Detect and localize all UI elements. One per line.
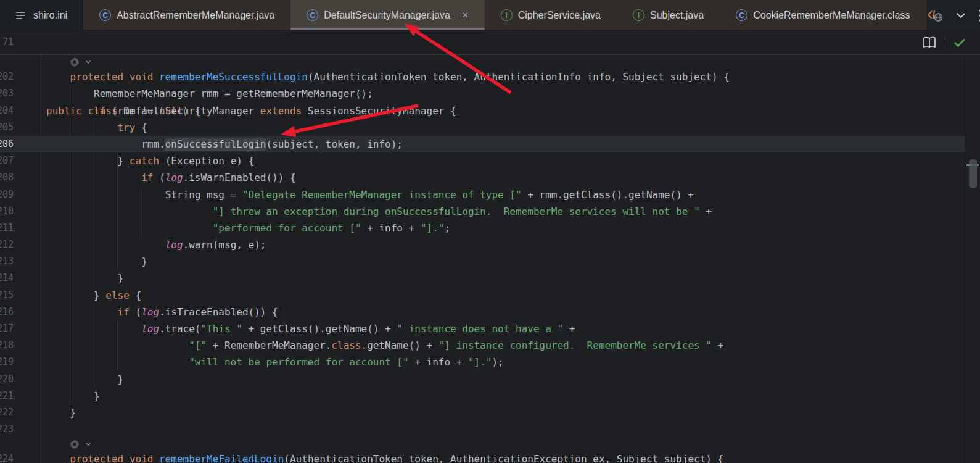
code-line-213[interactable]: 213} [0,253,965,270]
code-token: "This " [200,323,242,335]
code-line-211[interactable]: 211"performed for account [" + info + "]… [0,220,965,236]
line-number[interactable]: 218 [0,337,14,354]
code-line-215[interactable]: 215} else { [0,287,965,304]
code-token: } [118,373,124,385]
code-line-218[interactable]: 218"[" + RememberMeManager.class.getName… [0,337,965,354]
line-number[interactable]: 217 [0,320,14,337]
chevron-down-icon[interactable] [85,442,91,446]
class-icon: C [307,9,318,21]
code-token: } [118,272,124,284]
line-number[interactable]: 216 [0,304,14,320]
line-number[interactable]: 210 [0,203,14,220]
text-file-icon [16,9,28,21]
line-number[interactable]: 215 [0,287,14,304]
code-line-223[interactable]: 223 [0,421,965,438]
tab-label: CipherService.java [518,10,601,21]
code-token: class [331,340,361,351]
editor-tab-bar: shiro.iniCAbstractRememberMeManager.java… [0,0,980,31]
code-token: (AuthenticationToken token, Authenticati… [284,453,723,463]
line-number[interactable]: 222 [0,404,14,421]
hide-tabs-chevron-icon[interactable] [956,12,966,19]
inlay-hint-row[interactable] [0,438,965,451]
line-number[interactable]: 211 [0,220,14,236]
close-tab-icon[interactable]: ✕ [462,10,469,20]
sticky-lines-header[interactable]: 71 public class DefaultSecurityManager e… [0,31,980,55]
code-token: ; [444,222,450,234]
sticky-line-number: 71 [0,31,14,54]
code-with-me-icon[interactable] [926,9,944,22]
code-line-212[interactable]: 212log.warn(msg, e); [0,236,965,253]
code-token: } [94,290,105,301]
code-text: if (log.isTraceEnabled()) { [0,304,965,320]
code-line-224[interactable]: 224protected void rememberMeFailedLogin(… [0,451,965,463]
code-line-216[interactable]: 216if (log.isTraceEnabled()) { [0,304,965,320]
line-number[interactable]: 213 [0,253,14,270]
code-text: } [0,253,965,270]
code-token [153,453,159,463]
code-line-217[interactable]: 217log.trace("This " + getClass().getNam… [0,320,965,337]
line-number[interactable]: 224 [0,451,14,463]
code-text: } [0,404,965,421]
code-token: else [105,290,130,301]
code-editor[interactable]: 201202protected void rememberMeSuccessfu… [0,31,980,463]
tab-subject-java[interactable]: ISubject.java [617,0,720,30]
code-token: .getName() + [361,340,439,351]
code-line-219[interactable]: 219"will not be performed for account ["… [0,354,965,370]
tab-cipherservice-java[interactable]: ICipherService.java [485,0,617,30]
code-token: "]." [421,222,445,234]
line-number[interactable]: 221 [0,388,14,404]
code-text: } else { [0,287,965,304]
code-text: "] threw an exception during onSuccessfu… [0,203,965,220]
code-token: .warn(msg, e); [183,239,266,251]
code-token [123,453,130,463]
tab-bar-actions [926,0,980,30]
tab-defaultsecuritymanager-java[interactable]: CDefaultSecurityManager.java✕ [290,0,484,30]
code-token: public class [46,105,118,117]
line-number[interactable]: 212 [0,236,14,253]
code-token: extends [260,105,302,117]
code-line-221[interactable]: 221} [0,388,965,404]
code-line-220[interactable]: 220} [0,371,965,388]
line-number[interactable]: 220 [0,371,14,388]
code-token: log [141,323,159,335]
inspection-widget[interactable] [921,34,966,51]
code-token: } [70,407,76,419]
code-token: if [118,306,130,318]
code-token: rememberMeFailedLogin [159,453,284,463]
code-token: + [712,340,723,351]
reader-mode-book-icon[interactable] [921,36,937,49]
code-token: "[" [189,340,207,351]
tab-label: DefaultSecurityManager.java [324,10,450,21]
code-token: + [563,323,575,335]
code-token: DefaultSecurityManager [118,105,260,117]
no-problems-check-icon[interactable] [953,37,966,48]
code-token: log [141,306,159,318]
line-number[interactable]: 223 [0,421,14,438]
code-token: "]." [468,356,492,368]
line-number[interactable]: 214 [0,270,14,286]
code-token: { [130,290,141,301]
code-token: "] threw an exception during onSuccessfu… [213,206,700,217]
tab-shiro-ini[interactable]: shiro.ini [0,0,83,30]
code-line-210[interactable]: 210"] threw an exception during onSucces… [0,203,965,220]
code-text: "performed for account [" + info + "]."; [0,220,965,236]
code-token: protected [70,453,124,463]
widget-divider [945,36,945,49]
code-token: + RememberMeManager. [207,340,331,351]
code-text: } [0,270,965,286]
code-line-222[interactable]: 222} [0,404,965,421]
tab-label: CookieRememberMeManager.class [753,10,910,21]
code-token: "] instance configured. RememberMe servi… [439,340,712,351]
code-token: + info + [409,356,468,368]
code-text: } [0,388,965,404]
tab-cookieremembermemanager-class[interactable]: CCookieRememberMeManager.class [720,0,926,30]
line-number[interactable]: 219 [0,354,14,370]
code-token: SessionsSecurityManager { [302,105,456,117]
code-text: log.warn(msg, e); [0,236,965,253]
more-options-kebab-icon[interactable] [978,9,980,22]
code-token: log [165,239,183,251]
code-line-214[interactable]: 214} [0,270,965,286]
code-token: void [130,453,154,463]
code-token: + [700,206,712,217]
tab-abstractremembermemanager-java[interactable]: CAbstractRememberMeManager.java [83,0,290,30]
